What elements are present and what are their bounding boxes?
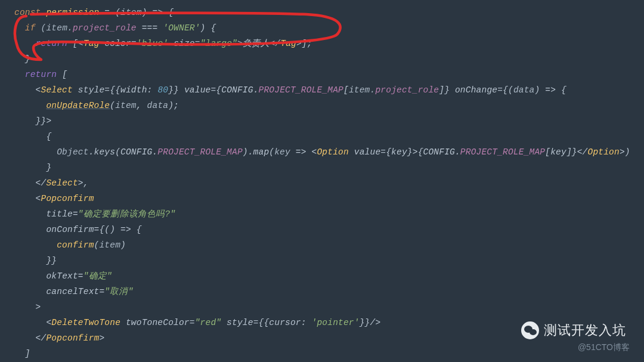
blog-watermark: @51CTO博客 [578, 339, 630, 355]
keyword-return: return [36, 39, 67, 48]
code-editor[interactable]: const permission = (item) => { if (item.… [14, 5, 644, 362]
wechat-watermark-text: 测试开发入坑 [544, 323, 626, 338]
wechat-watermark: 测试开发入坑 [521, 321, 626, 339]
keyword: const [14, 8, 41, 17]
wechat-icon [521, 321, 539, 339]
fn-name: permission [46, 8, 99, 17]
keyword-if: if [25, 23, 36, 33]
